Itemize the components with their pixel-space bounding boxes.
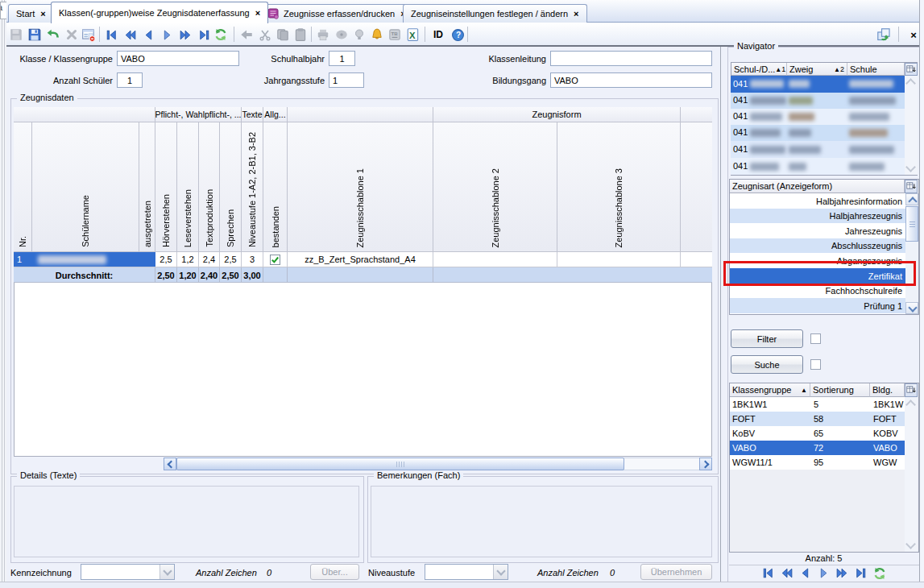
- scroll-thumb[interactable]: [905, 206, 918, 242]
- h-scroll-thumb[interactable]: [176, 458, 624, 470]
- col-header-zeugnisschablone3[interactable]: Zeugnisschablone 3: [557, 122, 681, 252]
- refresh-icon[interactable]: [213, 27, 229, 43]
- cell-leseverstehen[interactable]: 1,2: [177, 252, 199, 267]
- col-header-ausgetreten[interactable]: ausgetreten: [139, 122, 155, 252]
- zeugnisart-item[interactable]: Jahreszeugnis: [730, 223, 905, 238]
- print-icon[interactable]: [315, 27, 331, 43]
- schulen-col-zweig[interactable]: Zweig▲2: [787, 63, 847, 76]
- panel-splitter[interactable]: [720, 47, 721, 588]
- nav-forward-icon[interactable]: [177, 27, 193, 43]
- scroll-down-button[interactable]: [905, 302, 918, 314]
- kg-pin-button[interactable]: [905, 383, 918, 397]
- paste-icon[interactable]: [292, 27, 309, 43]
- kg-col-sortierung[interactable]: Sortierung: [810, 383, 870, 397]
- schule-row[interactable]: 041: [731, 76, 905, 93]
- col-header-zeugnisschablone1[interactable]: Zeugnisschablone 1: [288, 122, 433, 252]
- export-window-icon[interactable]: [876, 27, 892, 43]
- h-scroll-right-button[interactable]: [699, 458, 712, 470]
- col-header-zeugnisschablone2[interactable]: Zeugnisschablone 2: [433, 122, 557, 252]
- copy-icon[interactable]: [275, 27, 291, 43]
- back-icon[interactable]: [238, 27, 255, 43]
- nav-prev-icon[interactable]: [798, 566, 812, 580]
- tab-close-icon[interactable]: ×: [255, 8, 260, 18]
- scroll-up-icon[interactable]: [905, 400, 916, 410]
- band-texte[interactable]: Texte: [242, 107, 263, 122]
- kg-row[interactable]: FOFT 58 FOFT: [730, 412, 905, 426]
- kg-row-selected[interactable]: VABO 72 VABO: [730, 441, 905, 455]
- tab-zeugniseinstellungen[interactable]: Zeugniseinstellungen festlegen / ändern …: [403, 4, 587, 23]
- excel-export-icon[interactable]: X: [405, 27, 421, 43]
- help-icon[interactable]: ?: [450, 27, 466, 43]
- col-header-schuelername[interactable]: Schülername: [32, 122, 139, 252]
- h-scroll-left-button[interactable]: [164, 458, 176, 470]
- schulen-pin-button[interactable]: [905, 63, 918, 76]
- save-icon[interactable]: [27, 27, 43, 43]
- kg-scrollbar[interactable]: [905, 397, 918, 552]
- cell-zeugnisschablone3[interactable]: [557, 252, 681, 267]
- cell-niveaustufe[interactable]: 3: [242, 252, 263, 267]
- schule-row[interactable]: 041: [731, 109, 905, 125]
- kg-row[interactable]: WGW11/1 95 WGW: [730, 455, 905, 470]
- kg-row[interactable]: KoBV 65 KOBV: [730, 426, 905, 441]
- bildungsgang-input[interactable]: VABO: [550, 72, 712, 88]
- cell-bestanden[interactable]: [263, 252, 288, 267]
- klasse-input[interactable]: VABO: [117, 51, 239, 66]
- schulen-col-schule[interactable]: Schule: [847, 63, 905, 76]
- zeugnisart-header[interactable]: Zeugnisart (Anzeigeform): [730, 180, 905, 193]
- scroll-up-icon[interactable]: [905, 78, 916, 89]
- band-pflicht[interactable]: Pflicht-, Wahlpflicht-, ...: [155, 107, 242, 122]
- col-header-textproduktion[interactable]: Textproduktion: [199, 122, 220, 252]
- col-header-hoerverstehen[interactable]: Hörverstehen: [155, 122, 177, 252]
- nav-first-icon[interactable]: [103, 27, 119, 43]
- col-header-leseverstehen[interactable]: Leseverstehen: [177, 122, 199, 252]
- bemerkungen-textarea[interactable]: [371, 486, 712, 557]
- cell-hoerverstehen[interactable]: 2,5: [155, 252, 177, 267]
- col-header-sprechen[interactable]: Sprechen: [220, 122, 242, 252]
- scroll-down-icon[interactable]: [905, 162, 916, 172]
- id-button[interactable]: ID: [429, 27, 448, 43]
- nav-first-icon[interactable]: [761, 566, 775, 580]
- refresh-icon[interactable]: [872, 566, 887, 581]
- schule-row[interactable]: 041: [731, 93, 905, 109]
- kg-col-klassengruppe[interactable]: Klassengruppe▲: [730, 383, 810, 397]
- zeugnisart-item[interactable]: Halbjahreszeugnis: [730, 209, 905, 224]
- band-allg[interactable]: Allg...: [263, 107, 288, 122]
- delete-icon[interactable]: [64, 27, 80, 43]
- schulhalbjahr-input[interactable]: 1: [329, 51, 355, 66]
- schulen-scrollbar[interactable]: [905, 76, 918, 175]
- col-header-nr[interactable]: Nr.: [14, 122, 32, 252]
- text-block-icon[interactable]: TB: [387, 27, 403, 43]
- tab-close-icon[interactable]: ×: [40, 9, 45, 19]
- cell-sprechen[interactable]: 2,5: [220, 252, 242, 267]
- zeugnisart-scrollbar[interactable]: [905, 193, 918, 314]
- nav-prev-icon[interactable]: [140, 27, 156, 43]
- col-header-bestanden[interactable]: bestanden: [263, 122, 288, 252]
- suche-checkbox[interactable]: [810, 359, 821, 370]
- nav-next-icon[interactable]: [817, 566, 831, 580]
- scroll-up-button[interactable]: [905, 193, 918, 205]
- zeugnisart-item[interactable]: Halbjahresinformation: [730, 193, 905, 209]
- klassenleitung-input[interactable]: [550, 51, 712, 66]
- band-zeugnisform[interactable]: Zeugnisform: [433, 107, 681, 122]
- tab-start[interactable]: Start ×: [8, 4, 54, 23]
- bell-icon[interactable]: [369, 27, 385, 43]
- details-textarea[interactable]: [14, 486, 359, 557]
- zeugnisart-pin-button[interactable]: [905, 180, 918, 193]
- filter-button[interactable]: Filter: [731, 329, 803, 348]
- bestanden-checkbox[interactable]: [270, 255, 280, 265]
- dropdown-button[interactable]: [160, 565, 174, 579]
- cell-zeugnisschablone2[interactable]: [433, 252, 557, 267]
- zeugnisart-item[interactable]: Abschlusszeugnis: [730, 238, 905, 254]
- tab-klassenweise-zeugnisdatenerfassung[interactable]: Klassen(-gruppen)weise Zeugnisdatenerfas…: [51, 2, 268, 23]
- jahrgangsstufe-input[interactable]: 1: [329, 72, 364, 88]
- form-remove-icon[interactable]: [81, 27, 97, 43]
- schulen-col-schul[interactable]: Schul-/D...▲1: [731, 63, 787, 76]
- nav-last-icon[interactable]: [196, 27, 212, 43]
- schule-row[interactable]: 041: [731, 141, 905, 158]
- uebernehmen-button[interactable]: Übernehmen: [640, 564, 712, 580]
- tab-close-icon[interactable]: ×: [574, 9, 578, 19]
- suche-button[interactable]: Suche: [731, 355, 803, 374]
- record-icon[interactable]: [334, 27, 350, 43]
- dropdown-button[interactable]: [493, 565, 508, 579]
- col-header-niveaustufe[interactable]: Niveaustufe 1-A2, 2-B1, 3-B2: [242, 122, 263, 252]
